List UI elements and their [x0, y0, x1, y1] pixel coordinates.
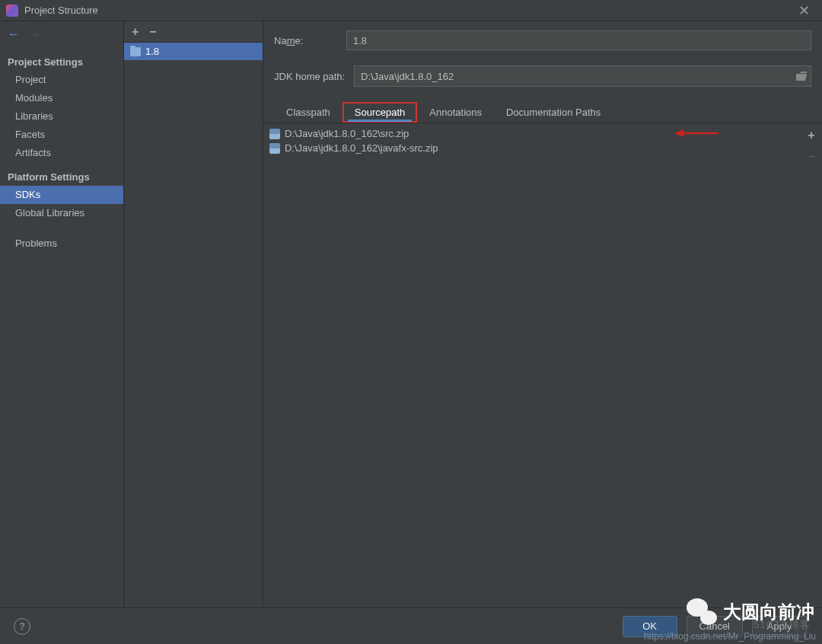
- sidebar-item-modules[interactable]: Modules: [0, 89, 123, 107]
- window-title: Project Structure: [24, 5, 792, 16]
- tabs: Classpath Sourcepath Annotations Documen…: [263, 94, 822, 123]
- ok-button[interactable]: OK: [623, 616, 677, 637]
- help-button[interactable]: ?: [14, 618, 30, 635]
- left-sidebar: ← → Project Settings Project Modules Lib…: [0, 21, 124, 607]
- archive-icon: [269, 129, 280, 139]
- right-panel: Name: JDK home path: Classpath Sourcepat…: [263, 21, 822, 607]
- add-sdk-button[interactable]: +: [132, 25, 139, 39]
- sidebar-item-problems[interactable]: Problems: [0, 234, 123, 253]
- remove-path-button: −: [804, 149, 819, 164]
- remove-sdk-button[interactable]: −: [149, 25, 156, 39]
- sourcepath-text: D:\Java\jdk1.8.0_162\javafx-src.zip: [285, 142, 438, 154]
- apply-button[interactable]: Apply: [752, 616, 807, 637]
- title-bar: Project Structure ✕: [0, 0, 822, 21]
- sidebar-item-project[interactable]: Project: [0, 71, 123, 89]
- sidebar-item-sdks[interactable]: SDKs: [0, 186, 123, 204]
- sidebar-item-artifacts[interactable]: Artifacts: [0, 144, 123, 162]
- tab-sourcepath[interactable]: Sourcepath: [342, 102, 418, 123]
- sourcepath-text: D:\Java\jdk1.8.0_162\src.zip: [285, 128, 409, 139]
- add-path-button[interactable]: +: [804, 128, 819, 143]
- tab-annotations[interactable]: Annotations: [417, 102, 494, 123]
- sourcepath-item[interactable]: D:\Java\jdk1.8.0_162\javafx-src.zip: [263, 141, 804, 155]
- sidebar-item-facets[interactable]: Facets: [0, 126, 123, 144]
- forward-arrow-icon: →: [29, 27, 41, 41]
- tab-documentation-paths[interactable]: Documentation Paths: [494, 102, 613, 123]
- app-icon: [6, 5, 18, 17]
- sourcepath-list: D:\Java\jdk1.8.0_162\src.zip D:\Java\jdk…: [263, 123, 804, 607]
- sidebar-item-global-libraries[interactable]: Global Libraries: [0, 204, 123, 222]
- sourcepath-item[interactable]: D:\Java\jdk1.8.0_162\src.zip: [263, 126, 804, 141]
- sdk-list-panel: + − 1.8: [124, 21, 263, 607]
- sdk-item-label: 1.8: [145, 46, 159, 57]
- back-arrow-icon[interactable]: ←: [8, 27, 20, 41]
- jdk-path-input[interactable]: [355, 66, 792, 86]
- dialog-buttons: ? OK Cancel Apply: [0, 607, 822, 644]
- browse-folder-icon[interactable]: [792, 66, 811, 86]
- section-project-settings: Project Settings: [0, 52, 123, 71]
- section-platform-settings: Platform Settings: [0, 167, 123, 186]
- close-icon[interactable]: ✕: [792, 2, 816, 19]
- sdk-name-input[interactable]: [346, 30, 811, 50]
- sdk-list-item[interactable]: 1.8: [124, 43, 263, 60]
- cancel-button[interactable]: Cancel: [687, 616, 743, 637]
- archive-icon: [269, 143, 280, 154]
- folder-icon: [130, 47, 141, 56]
- sidebar-item-libraries[interactable]: Libraries: [0, 107, 123, 126]
- name-label: Name:: [274, 35, 346, 46]
- tab-classpath[interactable]: Classpath: [274, 102, 342, 123]
- jdk-path-label: JDK home path:: [274, 71, 354, 82]
